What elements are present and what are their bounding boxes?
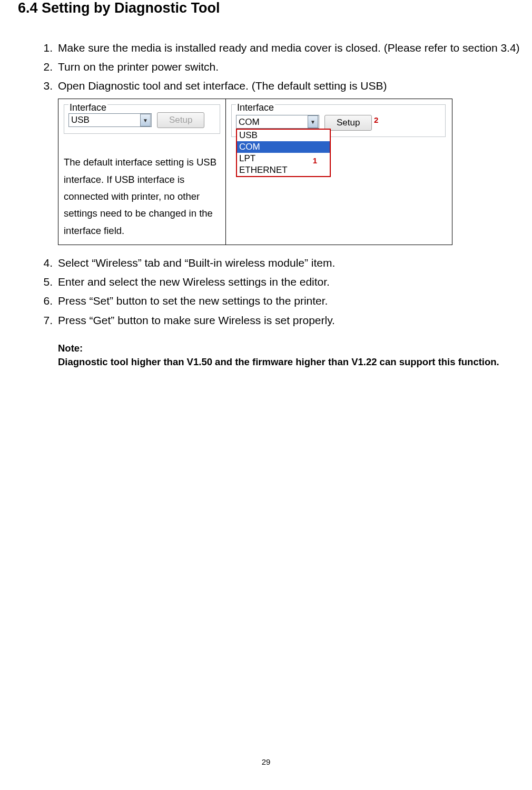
diagram-left-cell: Interface USB ▼ Setup The default interf… — [58, 99, 226, 245]
step-number: 6. — [40, 291, 58, 310]
step-1: 1. Make sure the media is installed read… — [40, 38, 532, 57]
interface-groupbox-usb: Interface USB ▼ Setup — [64, 104, 220, 134]
note-body: Diagnostic tool higher than V1.50 and th… — [58, 355, 506, 369]
note-block: Note: Diagnostic tool higher than V1.50 … — [58, 342, 506, 369]
step-text: Enter and select the new Wireless settin… — [58, 272, 532, 291]
default-interface-explanation: The default interface setting is USB int… — [64, 154, 220, 239]
step-text: Turn on the printer power switch. — [58, 57, 532, 76]
step-7: 7. Press “Get” button to make sure Wirel… — [40, 311, 532, 330]
step-number: 3. — [40, 76, 58, 95]
callout-number-1: 1 — [313, 154, 317, 168]
step-number: 5. — [40, 272, 58, 291]
page-number: 29 — [0, 757, 532, 766]
chevron-down-icon[interactable]: ▼ — [140, 114, 151, 126]
step-text: Select “Wireless” tab and “Built-in wire… — [58, 253, 532, 272]
callout-number-2: 2 — [374, 113, 378, 127]
step-number: 2. — [40, 57, 58, 76]
interface-combobox-usb[interactable]: USB ▼ — [68, 113, 152, 127]
step-4: 4. Select “Wireless” tab and “Built-in w… — [40, 253, 532, 272]
step-number: 1. — [40, 38, 58, 57]
note-heading: Note: — [58, 342, 506, 355]
step-5: 5. Enter and select the new Wireless set… — [40, 272, 532, 291]
step-text: Press “Set” button to set the new settin… — [58, 291, 532, 310]
combobox-value: USB — [69, 113, 140, 128]
interface-dropdown-list[interactable]: USB COM LPT ETHERNET 1 — [236, 129, 331, 177]
step-6: 6. Press “Set” button to set the new set… — [40, 291, 532, 310]
step-text: Open Diagnostic tool and set interface. … — [58, 76, 532, 95]
interface-groupbox-com: Interface COM ▼ USB COM LPT ETHERNET — [231, 104, 446, 137]
interface-diagram-table: Interface USB ▼ Setup The default interf… — [58, 99, 452, 245]
setup-button[interactable]: Setup — [324, 115, 372, 131]
step-2: 2. Turn on the printer power switch. — [40, 57, 532, 76]
interface-combobox-com[interactable]: COM ▼ USB COM LPT ETHERNET 1 — [236, 115, 319, 129]
step-3: 3. Open Diagnostic tool and set interfac… — [40, 76, 532, 95]
main-content: 1. Make sure the media is installed read… — [40, 38, 532, 368]
step-number: 4. — [40, 253, 58, 272]
chevron-down-icon[interactable]: ▼ — [308, 115, 318, 128]
diagram-right-cell: Interface COM ▼ USB COM LPT ETHERNET — [226, 99, 452, 245]
section-title: 6.4 Setting by Diagnostic Tool — [18, 0, 532, 16]
dropdown-option-usb[interactable]: USB — [237, 130, 330, 141]
step-text: Make sure the media is installed ready a… — [58, 38, 532, 57]
step-number: 7. — [40, 311, 58, 330]
combobox-value: COM — [237, 114, 307, 130]
step-text: Press “Get” button to make sure Wireless… — [58, 311, 532, 330]
setup-button-disabled: Setup — [157, 112, 204, 128]
dropdown-option-com[interactable]: COM — [237, 141, 330, 153]
